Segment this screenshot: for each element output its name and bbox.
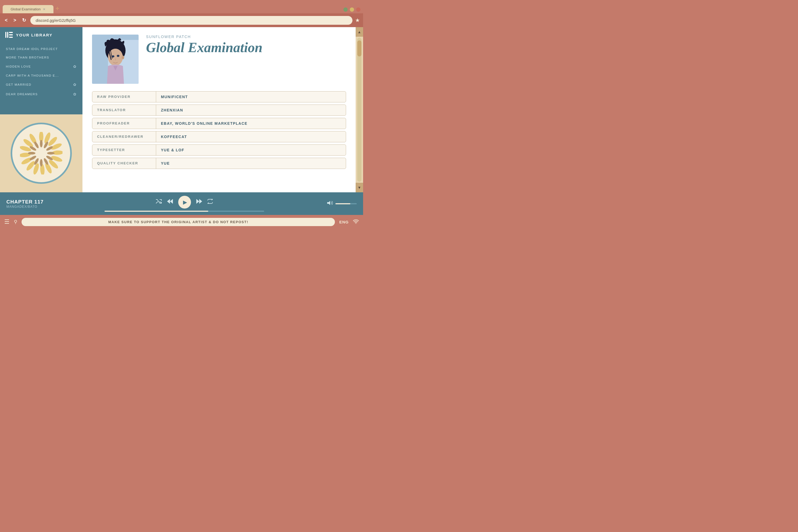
language-selector[interactable]: ENG (339, 220, 349, 224)
main-area: YOUR LIBRARY STAR DREAM IDOL PROJECT MOR… (0, 27, 363, 192)
credits-table: RAW PROVIDER MUNIFICENT TRANSLATOR ZHENX… (92, 91, 346, 169)
notice-bar: MAKE SURE TO SUPPORT THE ORIGINAL ARTIST… (22, 218, 335, 226)
search-icon[interactable]: ⚲ (14, 219, 17, 225)
credit-row-proofreader: PROOFREADER EBAY, WORLD'S ONLINE MARKETP… (92, 118, 346, 129)
svg-point-27 (40, 159, 42, 167)
tab-bar: Global Examination ✕ + (0, 0, 363, 13)
credit-row-raw: RAW PROVIDER MUNIFICENT (92, 91, 346, 102)
svg-point-46 (356, 223, 357, 224)
volume-icon (327, 201, 333, 207)
manga-title-area: SUNFLOWER PATCH Global Examination (146, 35, 346, 55)
flower-icon-2: ✿ (73, 82, 77, 87)
svg-marker-41 (170, 199, 173, 204)
sidebar-item-label: CARP WITH A THOUSAND E... (6, 74, 59, 77)
forward-button[interactable]: > (12, 17, 18, 24)
sunflower-icon (20, 132, 62, 174)
progress-fill (104, 211, 208, 212)
sidebar-item-carp[interactable]: CARP WITH A THOUSAND E... (0, 71, 82, 80)
play-button[interactable]: ▶ (178, 196, 191, 209)
scroll-thumb[interactable] (357, 40, 361, 56)
sidebar-item-dear-dreamers[interactable]: DEAR DREAMERS ✿ (0, 89, 82, 99)
fast-forward-button[interactable] (196, 199, 202, 205)
chapter-source: MANGADEX/BATO (6, 205, 54, 209)
tab-label: Global Examination (11, 7, 41, 11)
scroll-track[interactable] (357, 38, 361, 182)
new-tab-button[interactable]: + (56, 5, 59, 12)
sidebar-item-more-than[interactable]: MORE THAN BROTHERS (0, 53, 82, 62)
rewind-button[interactable] (167, 199, 173, 205)
close-button[interactable] (356, 7, 360, 12)
sidebar-header: YOUR LIBRARY (0, 27, 82, 42)
notice-text: MAKE SURE TO SUPPORT THE ORIGINAL ARTIST… (108, 220, 248, 224)
svg-rect-0 (5, 32, 6, 38)
flower-icon: ✿ (73, 64, 77, 69)
svg-point-30 (28, 152, 35, 155)
flower-logo-area (0, 114, 82, 193)
svg-marker-43 (196, 199, 199, 204)
svg-rect-3 (9, 34, 13, 35)
volume-bar[interactable] (336, 203, 357, 204)
svg-point-40 (122, 57, 124, 58)
svg-rect-1 (7, 32, 8, 38)
svg-rect-2 (9, 32, 13, 33)
sidebar-item-star-dream[interactable]: STAR DREAM IDOL PROJECT (0, 45, 82, 53)
player-controls: ▶ (58, 196, 310, 212)
tab-close-icon[interactable]: ✕ (43, 7, 45, 11)
credit-label-typesetter: TYPESETTER (92, 145, 156, 155)
hamburger-menu-icon[interactable]: ☰ (4, 218, 10, 225)
volume-fill (336, 203, 350, 204)
shuffle-button[interactable] (156, 199, 162, 205)
svg-point-24 (47, 152, 55, 155)
bookmark-icon[interactable]: ★ (355, 17, 360, 23)
svg-marker-44 (199, 199, 202, 204)
sidebar-list: STAR DREAM IDOL PROJECT MORE THAN BROTHE… (0, 42, 82, 114)
window-controls (343, 7, 360, 13)
credit-value-proofreader: EBAY, WORLD'S ONLINE MARKETPLACE (156, 118, 252, 129)
credit-label-cleaner: CLEANER/REDRAWER (92, 131, 156, 142)
scrollbar: ▲ ▼ (356, 27, 363, 192)
nav-bar: < > ↻ discord.gg/erG2zffq5G ★ (0, 13, 363, 27)
credit-label-quality: QUALITY CHECKER (92, 158, 156, 169)
manga-cover (92, 35, 138, 84)
sidebar-item-label: DEAR DREAMERS (6, 93, 38, 96)
scroll-down-button[interactable]: ▼ (356, 183, 363, 192)
active-tab[interactable]: Global Examination ✕ (3, 5, 54, 13)
credit-value-quality: YUE (156, 158, 174, 169)
library-title: YOUR LIBRARY (16, 33, 53, 37)
play-icon: ▶ (183, 199, 187, 205)
back-button[interactable]: < (3, 17, 9, 24)
credit-label-proofreader: PROOFREADER (92, 118, 156, 129)
credit-label-raw: RAW PROVIDER (92, 92, 156, 102)
manga-info: SUNFLOWER PATCH Global Examination (92, 35, 346, 84)
sidebar-item-get-married[interactable]: GET MARRIED ✿ (0, 80, 82, 89)
credit-label-translator: TRANSLATOR (92, 105, 156, 115)
sidebar-item-label: MORE THAN BROTHERS (6, 56, 49, 59)
cover-art (92, 35, 138, 84)
library-icon (5, 32, 13, 38)
credit-row-typesetter: TYPESETTER YUE & LOF (92, 145, 346, 156)
scroll-up-button[interactable]: ▲ (356, 27, 363, 37)
sidebar-item-label: GET MARRIED (6, 83, 32, 86)
svg-point-21 (40, 140, 42, 147)
reload-button[interactable]: ↻ (20, 17, 28, 24)
credit-value-translator: ZHENXIAN (156, 105, 188, 115)
credit-row-translator: TRANSLATOR ZHENXIAN (92, 104, 346, 116)
progress-bar[interactable] (104, 211, 264, 212)
repeat-button[interactable] (208, 199, 213, 205)
volume-area (314, 201, 357, 207)
credit-row-cleaner: CLEANER/REDRAWER KOFFEECAT (92, 131, 346, 142)
svg-marker-42 (167, 199, 170, 204)
chapter-info: CHAPTER 117 MANGADEX/BATO (6, 199, 54, 209)
credit-value-cleaner: KOFFEECAT (156, 131, 192, 142)
bottom-bar: ☰ ⚲ MAKE SURE TO SUPPORT THE ORIGINAL AR… (0, 215, 363, 229)
minimize-button[interactable] (343, 7, 348, 12)
svg-rect-4 (9, 37, 13, 38)
sidebar-item-label: HIDDEN LOVE (6, 65, 31, 68)
wifi-icon (353, 219, 359, 225)
credit-value-raw: MUNIFICENT (156, 92, 193, 102)
credit-value-typesetter: YUE & LOF (156, 145, 189, 155)
maximize-button[interactable] (350, 7, 354, 12)
sidebar-item-label: STAR DREAM IDOL PROJECT (6, 48, 58, 51)
sidebar-item-hidden-love[interactable]: HIDDEN LOVE ✿ (0, 62, 82, 71)
address-bar[interactable]: discord.gg/erG2zffq5G (30, 16, 353, 25)
